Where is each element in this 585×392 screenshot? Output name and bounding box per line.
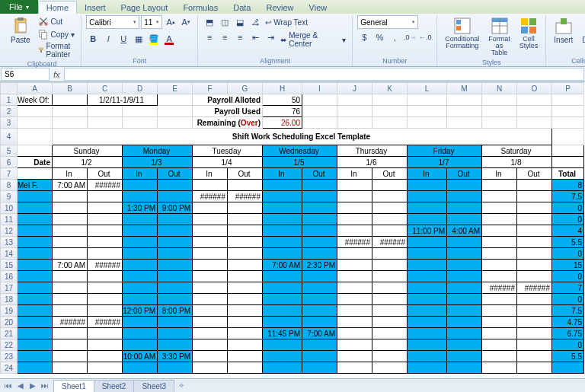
- cell[interactable]: [123, 214, 158, 225]
- cell[interactable]: In: [53, 168, 88, 180]
- cell[interactable]: [53, 351, 88, 362]
- cell[interactable]: Out: [372, 168, 408, 180]
- cell[interactable]: [337, 191, 372, 202]
- cell[interactable]: [552, 129, 584, 145]
- cell[interactable]: [517, 248, 552, 260]
- cell[interactable]: [18, 260, 53, 271]
- cell[interactable]: [372, 225, 408, 237]
- cell[interactable]: [88, 214, 123, 225]
- row-header[interactable]: 8: [1, 180, 18, 191]
- cell[interactable]: [517, 351, 552, 362]
- worksheet-grid[interactable]: A B C D E F G H I J K L M N O P 1Week Of…: [0, 82, 585, 379]
- cell[interactable]: ######: [88, 317, 123, 328]
- cell[interactable]: [123, 180, 158, 191]
- cell[interactable]: [482, 237, 517, 248]
- col-header[interactable]: D: [123, 83, 158, 94]
- cell[interactable]: [447, 237, 482, 248]
- cell[interactable]: 50: [263, 94, 302, 106]
- currency-button[interactable]: $: [357, 30, 371, 44]
- cell[interactable]: [447, 180, 482, 191]
- cell[interactable]: [158, 106, 193, 117]
- cell[interactable]: [517, 237, 552, 248]
- cell[interactable]: [228, 225, 263, 237]
- cell[interactable]: [53, 328, 88, 339]
- cell[interactable]: [517, 328, 552, 339]
- cell[interactable]: [18, 225, 53, 237]
- align-top-button[interactable]: ⬒: [203, 15, 216, 29]
- row-header[interactable]: 15: [1, 260, 18, 271]
- cell[interactable]: [482, 248, 517, 260]
- cell[interactable]: [302, 317, 337, 328]
- cell[interactable]: [337, 248, 372, 260]
- cell[interactable]: 12:00 PM: [123, 305, 158, 317]
- cell[interactable]: [302, 339, 337, 351]
- cell[interactable]: [228, 294, 263, 305]
- row-header[interactable]: 17: [1, 282, 18, 294]
- cell[interactable]: 7.5: [552, 191, 584, 202]
- cell[interactable]: [372, 94, 408, 106]
- cell[interactable]: [408, 339, 447, 351]
- cell[interactable]: 0: [552, 248, 584, 260]
- cell[interactable]: [482, 317, 517, 328]
- cell[interactable]: [263, 317, 302, 328]
- cell[interactable]: [228, 248, 263, 260]
- cell[interactable]: [337, 294, 372, 305]
- cell[interactable]: [372, 305, 408, 317]
- cell[interactable]: [447, 305, 482, 317]
- col-header[interactable]: J: [337, 83, 372, 94]
- cell[interactable]: [193, 237, 228, 248]
- cell[interactable]: 7: [552, 282, 584, 294]
- col-header[interactable]: F: [193, 83, 228, 94]
- cell[interactable]: [482, 260, 517, 271]
- cell[interactable]: [158, 294, 193, 305]
- cell[interactable]: In: [482, 168, 517, 180]
- cell[interactable]: Remaining (Over): [193, 117, 263, 129]
- cell[interactable]: [372, 282, 408, 294]
- decrease-decimal-button[interactable]: ←.0: [418, 30, 432, 44]
- cell[interactable]: 0: [552, 271, 584, 282]
- cell[interactable]: [228, 271, 263, 282]
- cell[interactable]: [408, 248, 447, 260]
- cell[interactable]: [337, 305, 372, 317]
- delete-cells-button[interactable]: Delete: [579, 15, 585, 46]
- cell[interactable]: [482, 117, 517, 129]
- cell[interactable]: [193, 339, 228, 351]
- cell[interactable]: [302, 271, 337, 282]
- cell[interactable]: 4: [552, 225, 584, 237]
- cell[interactable]: [88, 191, 123, 202]
- cell[interactable]: [228, 260, 263, 271]
- cell[interactable]: [372, 339, 408, 351]
- cell[interactable]: [263, 248, 302, 260]
- cell[interactable]: [263, 271, 302, 282]
- cell[interactable]: Out: [158, 168, 193, 180]
- cell[interactable]: [337, 214, 372, 225]
- cell[interactable]: 7:00 AM: [263, 260, 302, 271]
- cell[interactable]: [408, 282, 447, 294]
- tab-data[interactable]: Data: [225, 2, 258, 14]
- cell[interactable]: 5.5: [552, 351, 584, 362]
- cell[interactable]: Week Of:: [18, 94, 53, 106]
- col-header[interactable]: B: [53, 83, 88, 94]
- cell[interactable]: [158, 260, 193, 271]
- cut-button[interactable]: Cut: [37, 15, 77, 27]
- cell[interactable]: [158, 248, 193, 260]
- col-header[interactable]: K: [372, 83, 408, 94]
- cell[interactable]: Mel F.: [18, 180, 53, 191]
- cell[interactable]: [372, 351, 408, 362]
- cell[interactable]: [302, 191, 337, 202]
- cell[interactable]: [88, 362, 123, 374]
- cell[interactable]: [302, 351, 337, 362]
- cell[interactable]: [302, 117, 337, 129]
- cell[interactable]: [447, 317, 482, 328]
- cell[interactable]: [88, 237, 123, 248]
- day-header[interactable]: Friday: [408, 145, 482, 157]
- cell[interactable]: [88, 351, 123, 362]
- title-cell[interactable]: Shift Work Scheduling Excel Template: [53, 129, 552, 145]
- cell[interactable]: ######: [372, 237, 408, 248]
- cell[interactable]: [517, 117, 552, 129]
- cell[interactable]: [372, 202, 408, 214]
- cell[interactable]: [372, 317, 408, 328]
- cell[interactable]: ######: [517, 282, 552, 294]
- cell[interactable]: 9:00 PM: [158, 202, 193, 214]
- cell[interactable]: ######: [88, 260, 123, 271]
